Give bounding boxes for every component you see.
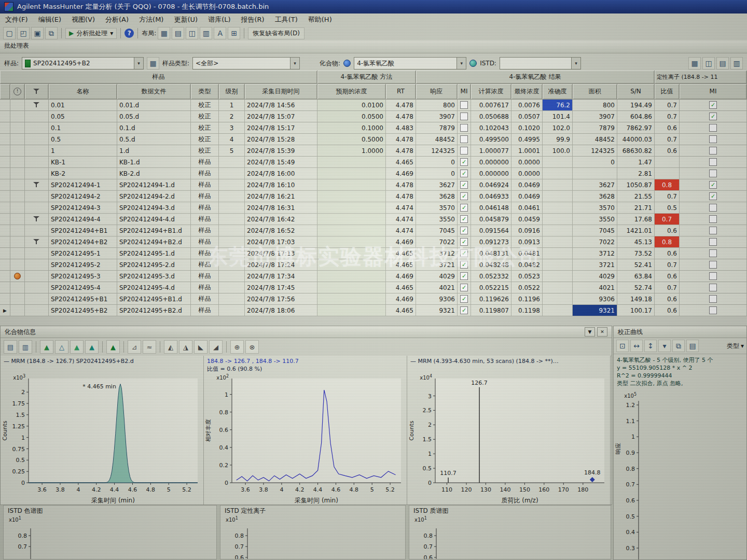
row-6-calc-conc[interactable]: 0.000000 (471, 157, 511, 168)
row-8-area[interactable]: 3627 (573, 179, 617, 191)
row-18-mi2[interactable] (680, 293, 747, 305)
menu-item-3[interactable]: 视图(V) (66, 14, 100, 25)
row-16-calc-conc[interactable]: 0.052332 (471, 271, 511, 282)
mi-checkbox[interactable]: ✓ (460, 170, 468, 177)
row-18-final-conc[interactable]: 0.1196 (511, 293, 543, 305)
row-5-selector[interactable] (0, 145, 10, 157)
row-5-rt[interactable]: 4.478 (386, 145, 416, 157)
row-10-expected-conc[interactable] (317, 202, 386, 214)
menu-item-4[interactable]: 分析(A) (100, 14, 134, 25)
row-17-expected-conc[interactable] (317, 282, 386, 293)
mi-checkbox[interactable] (709, 227, 717, 234)
row-14-accuracy[interactable] (543, 248, 573, 259)
row-4-ratio[interactable]: 0.7 (655, 134, 680, 145)
row-16-selector[interactable] (0, 271, 10, 282)
title-bar[interactable]: Agilent MassHunter 定量分析 (关于 QQQ) - 0708 … (0, 0, 747, 13)
mi-checkbox[interactable]: ✓ (460, 215, 468, 223)
row-14-status[interactable] (10, 248, 25, 259)
status-column-header[interactable]: ! (10, 84, 25, 100)
row-11-level[interactable] (219, 214, 245, 225)
row-9-selector[interactable] (0, 191, 10, 202)
row-19-type[interactable]: 样品 (191, 305, 219, 316)
row-6-level[interactable] (219, 157, 245, 168)
row-11-status[interactable] (10, 214, 25, 225)
row-1-final-conc[interactable]: 0.0076 (511, 100, 543, 111)
calibration-plot[interactable]: x1051.21.110.90.80.70.60.50.40.3响应 (614, 391, 746, 559)
row-15-area[interactable]: 3721 (573, 259, 617, 271)
mi-checkbox[interactable] (709, 135, 717, 143)
row-13-flag[interactable] (25, 236, 49, 248)
spectrum-plot-canvas[interactable]: 32.521.510.50110120130140150160170180x10… (407, 373, 610, 505)
row-16-status[interactable] (10, 271, 25, 282)
row-2-calc-conc[interactable]: 0.050688 (471, 111, 511, 122)
column-header-12[interactable]: 准确度 (543, 84, 573, 100)
row-12-type[interactable]: 样品 (191, 225, 219, 236)
row-8-mi1[interactable]: ✓ (458, 179, 471, 191)
row-8-final-conc[interactable]: 0.0469 (511, 179, 543, 191)
row-5-type[interactable]: 校正 (191, 145, 219, 157)
mi-checkbox[interactable] (709, 170, 717, 177)
row-4-selector[interactable] (0, 134, 10, 145)
row-11-name[interactable]: SP202412494-4 (49, 214, 117, 225)
mi-checkbox[interactable] (709, 238, 717, 246)
curve-type-dropdown-arrow-icon[interactable]: ▾ (741, 342, 744, 349)
row-12-level[interactable] (219, 225, 245, 236)
row-1-flag[interactable] (25, 100, 49, 111)
row-9-calc-conc[interactable]: 0.046933 (471, 191, 511, 202)
istd-select[interactable]: ▾ (500, 57, 581, 69)
row-19-mi2[interactable] (680, 305, 747, 316)
mi-checkbox[interactable]: ✓ (460, 295, 468, 303)
row-9-expected-conc[interactable] (317, 191, 386, 202)
row-1-name[interactable]: 0.01 (49, 100, 117, 111)
row-8-mi2[interactable]: ✓ (680, 179, 747, 191)
fit-curve-icon[interactable]: ⊡ (616, 340, 629, 352)
row-19-accuracy[interactable] (543, 305, 573, 316)
row-2-mi1[interactable] (458, 111, 471, 122)
row-9-mi2[interactable]: ✓ (680, 191, 747, 202)
row-7-flag[interactable] (25, 168, 49, 179)
row-17-status[interactable] (10, 282, 25, 293)
row-13-accuracy[interactable] (543, 236, 573, 248)
curve-menu-icon[interactable]: ▾ (658, 340, 671, 352)
mi-checkbox[interactable] (460, 101, 468, 109)
row-14-name[interactable]: SP202412495-1 (49, 248, 117, 259)
row-12-rt[interactable]: 4.474 (386, 225, 416, 236)
row-16-file[interactable]: SP202412495-3.d (117, 271, 191, 282)
row-2-status[interactable] (10, 111, 25, 122)
row-9-final-conc[interactable]: 0.0469 (511, 191, 543, 202)
zoom-right-peak-icon[interactable]: ◮ (179, 340, 192, 354)
row-6-type[interactable]: 样品 (191, 157, 219, 168)
row-3-ratio[interactable]: 0.6 (655, 122, 680, 134)
row-3-expected-conc[interactable]: 0.1000 (317, 122, 386, 134)
row-11-response[interactable]: 3550 (416, 214, 458, 225)
row-7-name[interactable]: KB-2 (49, 168, 117, 179)
row-2-sn[interactable]: 604.86 (617, 111, 655, 122)
row-5-response[interactable]: 124325 (416, 145, 458, 157)
row-9-area[interactable]: 3628 (573, 191, 617, 202)
row-18-level[interactable] (219, 293, 245, 305)
mi-checkbox[interactable] (460, 113, 468, 120)
row-7-selector[interactable] (0, 168, 10, 179)
compound-select[interactable]: 4-氯苯氧乙酸 ▾ (354, 57, 466, 69)
row-11-mi1[interactable]: ✓ (458, 214, 471, 225)
row-8-selector[interactable] (0, 179, 10, 191)
column-header-14[interactable]: S/N (617, 84, 655, 100)
row-14-mi2[interactable] (680, 248, 747, 259)
row-16-name[interactable]: SP202412495-3 (49, 271, 117, 282)
row-5-accuracy[interactable]: 100.0 (543, 145, 573, 157)
row-17-selector[interactable] (0, 282, 10, 293)
row-1-file[interactable]: 0.01.d (117, 100, 191, 111)
row-19-calc-conc[interactable]: 0.119807 (471, 305, 511, 316)
qualifier-ratio-plot-canvas[interactable]: 10.80.60.40.203.63.844.24.44.64.855.2x10… (204, 373, 407, 505)
mi-checkbox[interactable]: ✓ (460, 306, 468, 314)
row-14-flag[interactable] (25, 248, 49, 259)
mi-checkbox[interactable]: ✓ (460, 204, 468, 212)
filter-column-header[interactable] (25, 84, 49, 100)
row-2-name[interactable]: 0.05 (49, 111, 117, 122)
row-17-type[interactable]: 样品 (191, 282, 219, 293)
close-pane-icon[interactable]: ✕ (597, 327, 607, 337)
row-17-ratio[interactable]: 0.7 (655, 282, 680, 293)
mi-checkbox[interactable] (709, 261, 717, 269)
peak-teal-icon[interactable]: ▲ (85, 340, 99, 354)
row-17-datetime[interactable]: 2024/7/8 17:45 (245, 282, 317, 293)
